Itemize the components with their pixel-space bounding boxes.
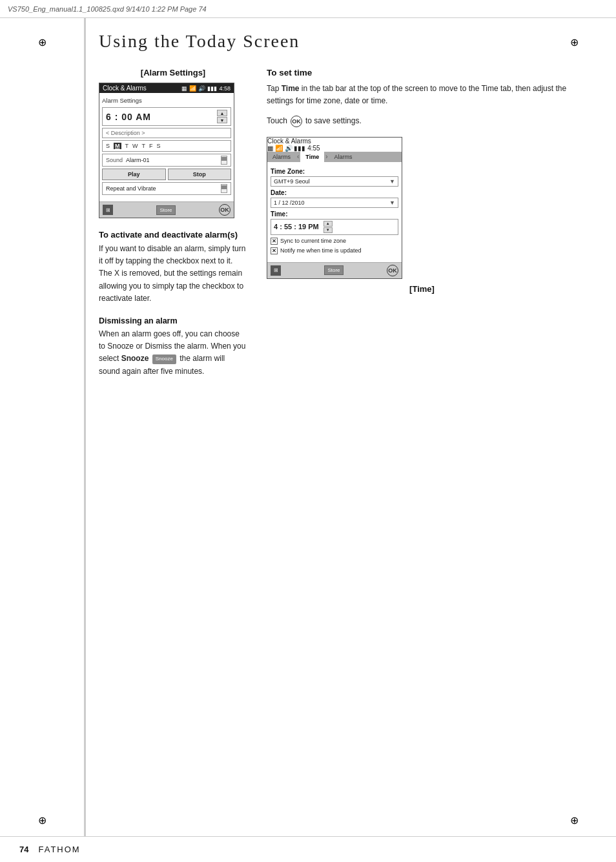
notify-checkbox-row[interactable]: ✕ Notify me when time is updated bbox=[271, 247, 398, 254]
fathom-brand: FATHOM bbox=[38, 845, 80, 854]
timezone-value: GMT+9 Seoul bbox=[274, 178, 310, 185]
time-display-value: 4 : 55 : 19 PM bbox=[274, 223, 319, 231]
time-settings-screen: Clock & Alarms ▦ 📶 🔊 ▮▮▮ 4:55 Alarms ‹ T… bbox=[267, 137, 402, 279]
left-column: [Alarm Settings] Clock & Alarms ▦ 📶 🔊 ▮▮… bbox=[99, 68, 247, 389]
alarm-status-icons: ▦ 📶 🔊 ▮▮▮ 4:58 bbox=[181, 85, 231, 92]
alarm-settings-heading: [Alarm Settings] bbox=[99, 68, 247, 77]
time-label: Time: bbox=[271, 210, 398, 218]
play-button[interactable]: Play bbox=[102, 169, 166, 180]
dismiss-body: When an alarm goes off, you can choose t… bbox=[99, 328, 247, 378]
date-input[interactable]: 1 / 12 /2010 ▼ bbox=[271, 198, 398, 208]
repeat-label: Repeat and Vibrate bbox=[106, 185, 156, 192]
notify-label: Notify me when time is updated bbox=[280, 247, 362, 254]
sound-label: Sound bbox=[106, 157, 123, 163]
alarm-sound-row: Sound Alarm-01 bbox=[102, 154, 231, 167]
time-status-icons: ▦ 📶 🔊 ▮▮▮ 4:55 bbox=[267, 145, 402, 152]
tab-arrow-right: › bbox=[324, 153, 329, 160]
page-header-bar: VS750_Eng_manual1.1_100825.qxd 9/14/10 1… bbox=[0, 0, 616, 18]
save-text: to save settings. bbox=[305, 115, 362, 127]
time-icon-battery: ▮▮▮ bbox=[294, 145, 305, 152]
alarm-settings-screen: Clock & Alarms ▦ 📶 🔊 ▮▮▮ 4:58 Alarm Sett… bbox=[99, 83, 234, 218]
date-value: 1 / 12 /2010 bbox=[274, 200, 305, 206]
icon-signal: ▦ bbox=[181, 85, 187, 92]
date-dropdown-arrow[interactable]: ▼ bbox=[389, 200, 395, 206]
time-input-down[interactable]: ▼ bbox=[323, 227, 333, 233]
alarm-screen-body: Alarm Settings 6 : 00 AM ▲ ▼ < Descripti… bbox=[99, 93, 234, 200]
time-screen-caption: [Time] bbox=[267, 284, 577, 294]
tab-alarms-left[interactable]: Alarms bbox=[267, 152, 296, 162]
set-time-title: To set time bbox=[267, 68, 577, 77]
time-icon-sound: 🔊 bbox=[285, 145, 293, 152]
tab-time-active[interactable]: Time bbox=[300, 152, 324, 162]
day-T1[interactable]: T bbox=[125, 143, 129, 149]
set-time-text2: in the tab bar at the top of the screen … bbox=[267, 84, 566, 105]
time-input-row[interactable]: 4 : 55 : 19 PM ▲ ▼ bbox=[271, 219, 398, 235]
set-time-body: Tap Time in the tab bar at the top of th… bbox=[267, 83, 577, 107]
store-button[interactable]: Store bbox=[156, 205, 175, 215]
icon-battery: ▮▮▮ bbox=[207, 85, 217, 92]
sync-checkbox[interactable]: ✕ bbox=[271, 238, 278, 245]
time-bottom-bar: ⊞ Store OK bbox=[267, 262, 402, 278]
page-footer: 74 FATHOM bbox=[0, 836, 616, 862]
windows-icon[interactable]: ⊞ bbox=[103, 205, 113, 215]
touch-ok-row: Touch OK to save settings. bbox=[267, 115, 577, 127]
activate-title: To activate and deactivate alarm(s) bbox=[99, 230, 247, 240]
alarm-title-bar: Clock & Alarms ▦ 📶 🔊 ▮▮▮ 4:58 bbox=[99, 83, 234, 93]
tab-arrow-left: ‹ bbox=[296, 153, 300, 160]
alarm-screen-label: Alarm Settings bbox=[102, 96, 231, 105]
alarm-days-row: S M T W T F S bbox=[102, 140, 231, 152]
alarm-time-field[interactable]: 6 : 00 AM ▲ ▼ bbox=[102, 107, 231, 126]
time-tab-bold: Time bbox=[282, 84, 300, 93]
day-T2[interactable]: T bbox=[142, 143, 146, 149]
touch-label: Touch bbox=[267, 115, 287, 127]
alarm-time: 4:58 bbox=[219, 85, 231, 92]
sound-scroll[interactable] bbox=[221, 156, 227, 165]
time-input-arrows[interactable]: ▲ ▼ bbox=[323, 221, 333, 233]
repeat-scroll[interactable] bbox=[221, 184, 227, 193]
time-app-name: Clock & Alarms bbox=[267, 138, 311, 145]
time-title-bar: Clock & Alarms ▦ 📶 🔊 ▮▮▮ 4:55 bbox=[267, 138, 402, 152]
time-screen-body: Time Zone: GMT+9 Seoul ▼ Date: 1 / 12 /2… bbox=[267, 162, 402, 260]
day-S1[interactable]: S bbox=[106, 143, 110, 149]
alarm-bottom-bar: ⊞ Store OK bbox=[99, 201, 234, 218]
time-icon-signal: ▦ bbox=[267, 145, 273, 152]
time-icon-wifi: 📶 bbox=[275, 145, 283, 152]
play-stop-row: Play Stop bbox=[102, 169, 231, 180]
time-up-arrow[interactable]: ▲ bbox=[217, 110, 227, 116]
day-S2[interactable]: S bbox=[157, 143, 161, 149]
time-store-button[interactable]: Store bbox=[324, 265, 343, 275]
reg-mark-bl: ⊕ bbox=[36, 814, 48, 826]
stop-button[interactable]: Stop bbox=[168, 169, 232, 180]
time-tabs-bar: Alarms ‹ Time › Alarms bbox=[267, 152, 402, 162]
time-ok-button[interactable]: OK bbox=[387, 265, 398, 276]
ok-icon-ref: OK bbox=[291, 116, 302, 127]
time-down-arrow[interactable]: ▼ bbox=[217, 117, 227, 123]
main-content: Using the Today Screen [Alarm Settings] … bbox=[86, 18, 597, 836]
dismiss-title: Dismissing an alarm bbox=[99, 316, 247, 325]
scroll-thumb bbox=[221, 157, 227, 161]
ok-button[interactable]: OK bbox=[219, 204, 231, 216]
header-text: VS750_Eng_manual1.1_100825.qxd 9/14/10 1… bbox=[8, 5, 207, 13]
day-F[interactable]: F bbox=[149, 143, 153, 149]
tab-alarms-right[interactable]: Alarms bbox=[329, 152, 358, 162]
repeat-vibrate-row[interactable]: Repeat and Vibrate bbox=[102, 182, 231, 195]
timezone-dropdown-arrow[interactable]: ▼ bbox=[389, 178, 395, 185]
day-M[interactable]: M bbox=[114, 143, 121, 149]
time-windows-icon[interactable]: ⊞ bbox=[271, 265, 281, 276]
sync-checkbox-row[interactable]: ✕ Sync to current time zone bbox=[271, 238, 398, 245]
alarm-desc-field[interactable]: < Description > bbox=[102, 128, 231, 138]
page-title: Using the Today Screen bbox=[99, 31, 577, 52]
icon-wifi: 📶 bbox=[189, 85, 196, 92]
icon-sound: 🔊 bbox=[198, 85, 205, 92]
repeat-scroll-thumb bbox=[221, 185, 227, 189]
right-column: To set time Tap Time in the tab bar at t… bbox=[267, 68, 577, 389]
notify-checkbox[interactable]: ✕ bbox=[271, 247, 278, 254]
sync-label: Sync to current time zone bbox=[280, 238, 346, 244]
time-arrow-buttons[interactable]: ▲ ▼ bbox=[217, 110, 227, 123]
time-input-up[interactable]: ▲ bbox=[323, 221, 333, 227]
timezone-label: Time Zone: bbox=[271, 168, 398, 175]
day-W[interactable]: W bbox=[132, 143, 138, 149]
activate-section: To activate and deactivate alarm(s) If y… bbox=[99, 230, 247, 305]
reg-mark-tl: ⊕ bbox=[36, 36, 48, 48]
timezone-input[interactable]: GMT+9 Seoul ▼ bbox=[271, 176, 398, 187]
